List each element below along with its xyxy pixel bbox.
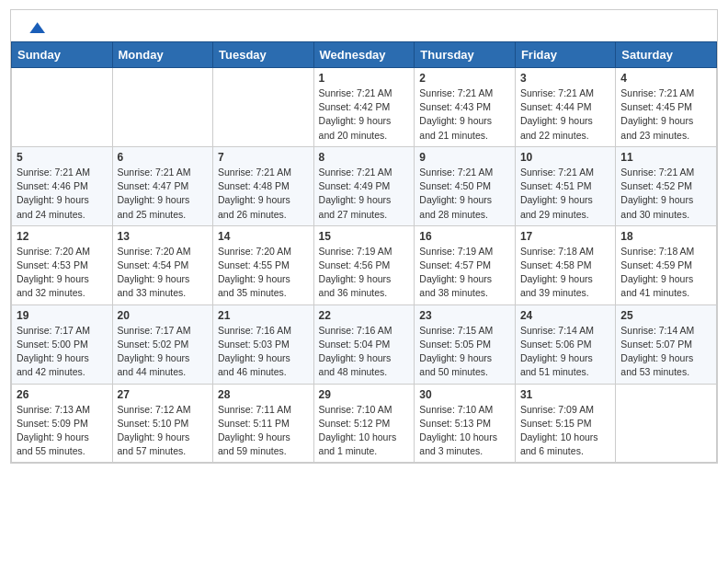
day-info: Sunrise: 7:21 AM Sunset: 4:49 PM Dayligh… bbox=[319, 166, 410, 222]
day-info: Sunrise: 7:12 AM Sunset: 5:10 PM Dayligh… bbox=[118, 403, 209, 459]
calendar-cell: 12Sunrise: 7:20 AM Sunset: 4:53 PM Dayli… bbox=[12, 225, 113, 304]
day-info: Sunrise: 7:21 AM Sunset: 4:43 PM Dayligh… bbox=[419, 86, 510, 143]
day-number: 21 bbox=[218, 309, 309, 322]
day-info: Sunrise: 7:21 AM Sunset: 4:50 PM Dayligh… bbox=[419, 166, 510, 222]
day-number: 2 bbox=[419, 72, 510, 85]
calendar-cell: 17Sunrise: 7:18 AM Sunset: 4:58 PM Dayli… bbox=[515, 225, 615, 304]
day-number: 8 bbox=[319, 151, 410, 164]
calendar-week-row: 12Sunrise: 7:20 AM Sunset: 4:53 PM Dayli… bbox=[12, 225, 717, 304]
calendar-cell: 11Sunrise: 7:21 AM Sunset: 4:52 PM Dayli… bbox=[616, 146, 717, 225]
day-info: Sunrise: 7:16 AM Sunset: 5:04 PM Dayligh… bbox=[319, 324, 410, 380]
calendar-cell: 6Sunrise: 7:21 AM Sunset: 4:47 PM Daylig… bbox=[112, 146, 213, 225]
calendar-cell: 24Sunrise: 7:14 AM Sunset: 5:06 PM Dayli… bbox=[515, 304, 615, 384]
header bbox=[11, 10, 717, 41]
day-info: Sunrise: 7:11 AM Sunset: 5:11 PM Dayligh… bbox=[218, 403, 309, 459]
day-info: Sunrise: 7:09 AM Sunset: 5:15 PM Dayligh… bbox=[520, 403, 610, 459]
day-number: 20 bbox=[118, 309, 209, 322]
weekday-header-saturday: Saturday bbox=[616, 42, 717, 68]
day-info: Sunrise: 7:21 AM Sunset: 4:51 PM Dayligh… bbox=[520, 166, 610, 222]
calendar-week-row: 19Sunrise: 7:17 AM Sunset: 5:00 PM Dayli… bbox=[12, 304, 717, 384]
day-info: Sunrise: 7:17 AM Sunset: 5:00 PM Dayligh… bbox=[17, 324, 108, 380]
day-number: 14 bbox=[218, 230, 309, 243]
day-number: 31 bbox=[520, 388, 610, 401]
calendar-cell: 21Sunrise: 7:16 AM Sunset: 5:03 PM Dayli… bbox=[213, 304, 314, 384]
weekday-header-sunday: Sunday bbox=[12, 42, 113, 68]
day-number: 17 bbox=[520, 230, 610, 243]
day-info: Sunrise: 7:20 AM Sunset: 4:55 PM Dayligh… bbox=[218, 245, 309, 301]
day-number: 28 bbox=[218, 388, 309, 401]
calendar-cell: 30Sunrise: 7:10 AM Sunset: 5:13 PM Dayli… bbox=[415, 384, 516, 463]
logo bbox=[26, 21, 45, 34]
calendar-cell: 4Sunrise: 7:21 AM Sunset: 4:45 PM Daylig… bbox=[616, 68, 717, 147]
day-number: 12 bbox=[17, 230, 108, 243]
day-info: Sunrise: 7:13 AM Sunset: 5:09 PM Dayligh… bbox=[17, 403, 108, 459]
weekday-header-monday: Monday bbox=[112, 42, 213, 68]
calendar-container: SundayMondayTuesdayWednesdayThursdayFrid… bbox=[10, 9, 718, 464]
day-number: 25 bbox=[620, 309, 711, 322]
day-info: Sunrise: 7:18 AM Sunset: 4:58 PM Dayligh… bbox=[520, 245, 610, 301]
calendar-cell: 25Sunrise: 7:14 AM Sunset: 5:07 PM Dayli… bbox=[616, 304, 717, 384]
weekday-header-thursday: Thursday bbox=[415, 42, 516, 68]
weekday-header-wednesday: Wednesday bbox=[313, 42, 415, 68]
calendar-cell bbox=[616, 384, 717, 463]
day-number: 15 bbox=[319, 230, 410, 243]
day-info: Sunrise: 7:21 AM Sunset: 4:48 PM Dayligh… bbox=[218, 166, 309, 222]
calendar-cell: 7Sunrise: 7:21 AM Sunset: 4:48 PM Daylig… bbox=[213, 146, 314, 225]
day-number: 22 bbox=[319, 309, 410, 322]
calendar-cell: 19Sunrise: 7:17 AM Sunset: 5:00 PM Dayli… bbox=[12, 304, 113, 384]
weekday-header-row: SundayMondayTuesdayWednesdayThursdayFrid… bbox=[12, 42, 717, 68]
day-number: 9 bbox=[419, 151, 510, 164]
day-info: Sunrise: 7:21 AM Sunset: 4:42 PM Dayligh… bbox=[319, 86, 410, 143]
day-info: Sunrise: 7:10 AM Sunset: 5:12 PM Dayligh… bbox=[319, 403, 410, 459]
day-number: 6 bbox=[118, 151, 209, 164]
day-info: Sunrise: 7:21 AM Sunset: 4:46 PM Dayligh… bbox=[17, 166, 108, 222]
calendar-cell: 31Sunrise: 7:09 AM Sunset: 5:15 PM Dayli… bbox=[515, 384, 615, 463]
calendar-week-row: 5Sunrise: 7:21 AM Sunset: 4:46 PM Daylig… bbox=[12, 146, 717, 225]
day-info: Sunrise: 7:14 AM Sunset: 5:06 PM Dayligh… bbox=[520, 324, 610, 380]
calendar-table: SundayMondayTuesdayWednesdayThursdayFrid… bbox=[11, 41, 717, 463]
calendar-cell: 20Sunrise: 7:17 AM Sunset: 5:02 PM Dayli… bbox=[112, 304, 213, 384]
day-info: Sunrise: 7:10 AM Sunset: 5:13 PM Dayligh… bbox=[419, 403, 510, 459]
day-info: Sunrise: 7:21 AM Sunset: 4:45 PM Dayligh… bbox=[620, 86, 711, 143]
day-info: Sunrise: 7:21 AM Sunset: 4:52 PM Dayligh… bbox=[620, 166, 711, 222]
calendar-cell: 13Sunrise: 7:20 AM Sunset: 4:54 PM Dayli… bbox=[112, 225, 213, 304]
calendar-cell: 23Sunrise: 7:15 AM Sunset: 5:05 PM Dayli… bbox=[415, 304, 516, 384]
day-number: 3 bbox=[520, 72, 610, 85]
day-number: 18 bbox=[620, 230, 711, 243]
day-number: 23 bbox=[419, 309, 510, 322]
day-number: 10 bbox=[520, 151, 610, 164]
calendar-week-row: 1Sunrise: 7:21 AM Sunset: 4:42 PM Daylig… bbox=[12, 68, 717, 147]
calendar-cell: 9Sunrise: 7:21 AM Sunset: 4:50 PM Daylig… bbox=[415, 146, 516, 225]
day-number: 27 bbox=[118, 388, 209, 401]
calendar-cell: 28Sunrise: 7:11 AM Sunset: 5:11 PM Dayli… bbox=[213, 384, 314, 463]
day-number: 19 bbox=[17, 309, 108, 322]
day-info: Sunrise: 7:18 AM Sunset: 4:59 PM Dayligh… bbox=[620, 245, 711, 301]
calendar-cell: 27Sunrise: 7:12 AM Sunset: 5:10 PM Dayli… bbox=[112, 384, 213, 463]
day-number: 16 bbox=[419, 230, 510, 243]
logo-icon bbox=[27, 19, 45, 38]
calendar-cell: 10Sunrise: 7:21 AM Sunset: 4:51 PM Dayli… bbox=[515, 146, 615, 225]
day-number: 29 bbox=[319, 388, 410, 401]
day-number: 5 bbox=[17, 151, 108, 164]
calendar-cell bbox=[12, 68, 113, 147]
day-number: 30 bbox=[419, 388, 510, 401]
day-info: Sunrise: 7:19 AM Sunset: 4:57 PM Dayligh… bbox=[419, 245, 510, 301]
day-info: Sunrise: 7:19 AM Sunset: 4:56 PM Dayligh… bbox=[319, 245, 410, 301]
weekday-header-friday: Friday bbox=[515, 42, 615, 68]
calendar-cell: 26Sunrise: 7:13 AM Sunset: 5:09 PM Dayli… bbox=[12, 384, 113, 463]
day-info: Sunrise: 7:20 AM Sunset: 4:53 PM Dayligh… bbox=[17, 245, 108, 301]
calendar-cell: 29Sunrise: 7:10 AM Sunset: 5:12 PM Dayli… bbox=[313, 384, 415, 463]
weekday-header-tuesday: Tuesday bbox=[213, 42, 314, 68]
calendar-cell: 5Sunrise: 7:21 AM Sunset: 4:46 PM Daylig… bbox=[12, 146, 113, 225]
calendar-cell: 3Sunrise: 7:21 AM Sunset: 4:44 PM Daylig… bbox=[515, 68, 615, 147]
day-number: 13 bbox=[118, 230, 209, 243]
calendar-week-row: 26Sunrise: 7:13 AM Sunset: 5:09 PM Dayli… bbox=[12, 384, 717, 463]
day-info: Sunrise: 7:17 AM Sunset: 5:02 PM Dayligh… bbox=[118, 324, 209, 380]
day-info: Sunrise: 7:15 AM Sunset: 5:05 PM Dayligh… bbox=[419, 324, 510, 380]
day-number: 24 bbox=[520, 309, 610, 322]
day-number: 4 bbox=[620, 72, 711, 85]
calendar-cell: 8Sunrise: 7:21 AM Sunset: 4:49 PM Daylig… bbox=[313, 146, 415, 225]
calendar-cell: 14Sunrise: 7:20 AM Sunset: 4:55 PM Dayli… bbox=[213, 225, 314, 304]
calendar-cell bbox=[213, 68, 314, 147]
calendar-cell bbox=[112, 68, 213, 147]
